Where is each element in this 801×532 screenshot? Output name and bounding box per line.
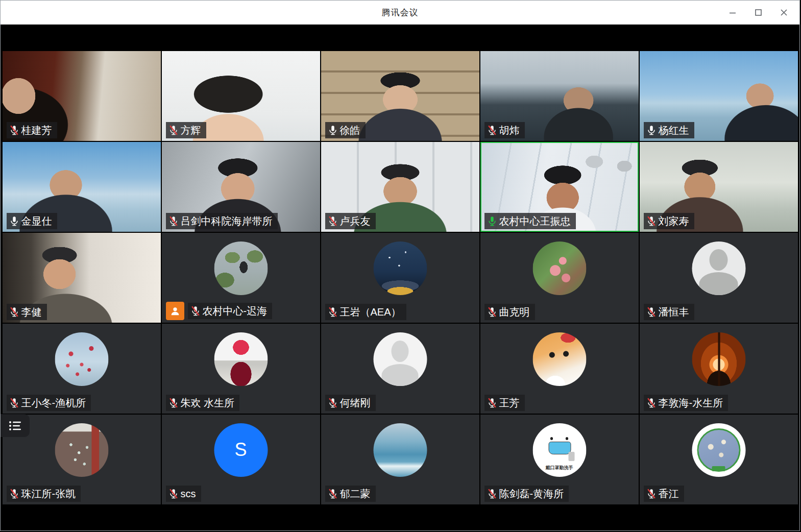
mic-muted-icon [9,306,20,318]
name-label-row: 卢兵友 [325,213,376,229]
participant-tile[interactable]: 徐皓 [321,51,479,141]
participant-name-label: 胡炜 [484,122,525,138]
mic-on-icon [327,125,338,136]
window-controls [720,1,796,25]
participant-tile[interactable]: 李健 [3,233,161,323]
participant-name: 吕剑中科院海岸带所 [181,216,273,226]
mic-muted-icon [487,125,498,136]
mic-muted-icon [9,488,20,499]
participant-tile[interactable]: 杨红生 [640,51,798,141]
participant-name: 王芳 [499,398,520,408]
participant-tile[interactable]: 王小冬-渔机所 [3,324,161,414]
participant-name-label: 潘恒丰 [644,304,694,320]
avatar [532,332,586,386]
participant-tile[interactable]: 戴口罩勤洗手 陈剑磊-黄海所 [480,415,639,504]
avatar-caption: 戴口罩勤洗手 [532,465,586,471]
avatar: 戴口罩勤洗手 [532,423,586,477]
participant-name: 农村中心-迟海 [203,306,268,316]
participant-name-label: 刘家寿 [644,213,694,229]
title-bar: 腾讯会议 [1,1,799,25]
participant-name: 方辉 [181,125,201,135]
name-label-row: 杨红生 [644,122,694,138]
participant-tile[interactable]: 桂建芳 [3,51,161,141]
participant-list-tab[interactable] [1,414,30,437]
participant-tile[interactable]: 卢兵友 [321,142,479,232]
name-label-row: 香江 [644,486,684,502]
participant-name-label: 金显仕 [7,213,57,229]
mic-muted-icon [646,488,657,499]
name-label-row: 胡炜 [484,122,525,138]
participant-name: 胡炜 [499,125,520,135]
participant-name: 郁二蒙 [340,489,371,499]
participant-name-label: 方辉 [166,122,206,138]
close-button[interactable] [771,1,796,25]
participant-name: 何绪刚 [340,398,371,408]
participant-tile[interactable]: 胡炜 [480,51,639,141]
participant-name: 曲克明 [499,307,530,317]
participant-name-label: 郁二蒙 [325,486,376,502]
mic-muted-icon [190,305,201,317]
participant-tile[interactable]: 王岩（AEA） [321,233,479,323]
participant-name-label: 王芳 [484,395,525,411]
avatar [373,423,427,477]
avatar [214,241,268,295]
participant-name: 金显仕 [21,216,52,226]
participant-tile[interactable]: 农村中心王振忠 [480,142,639,232]
mic-muted-icon [168,488,179,499]
video-grid: 桂建芳 方辉 [3,51,798,504]
participant-tile[interactable]: 潘恒丰 [640,233,798,323]
participant-name-label: 卢兵友 [325,213,376,229]
participant-name: 徐皓 [340,125,360,135]
participant-tile[interactable]: S scs [162,415,320,504]
name-label-row: 吕剑中科院海岸带所 [166,213,278,229]
participant-name: 珠江所-张凯 [21,489,76,499]
mic-muted-icon [646,306,657,318]
name-label-row: 李健 [7,304,47,320]
participant-name-label: 桂建芳 [7,122,57,138]
participant-tile[interactable]: 香江 [640,415,798,504]
name-label-row: scs [166,486,201,502]
avatar [55,423,108,477]
participant-name: scs [181,489,196,499]
participant-tile[interactable]: 郁二蒙 [321,415,479,504]
mic-muted-icon [168,125,179,136]
participant-tile[interactable]: 何绪刚 [321,324,479,414]
participant-tile[interactable]: 农村中心-迟海 [162,233,320,323]
participant-name-label: 何绪刚 [325,395,376,411]
avatar [532,241,586,295]
avatar [692,332,745,386]
name-label-row: 金显仕 [7,213,57,229]
avatar [373,241,427,295]
participant-tile[interactable]: 曲克明 [480,233,639,323]
avatar [373,332,427,386]
participant-tile[interactable]: 刘家寿 [640,142,798,232]
name-label-row: 何绪刚 [325,395,376,411]
avatar: S [214,423,268,477]
avatar [214,332,268,386]
mic-muted-icon [9,397,20,408]
name-label-row: 陈剑磊-黄海所 [484,486,569,502]
participant-tile[interactable]: 金显仕 [3,142,161,232]
participant-name: 王小冬-渔机所 [21,398,86,408]
minimize-button[interactable] [720,1,745,25]
mic-speaking-icon [487,215,498,227]
mic-muted-icon [327,215,338,227]
participant-tile[interactable]: 王芳 [480,324,639,414]
participant-name: 李敦海-水生所 [659,398,723,408]
mic-muted-icon [646,397,657,408]
participant-tile[interactable]: 朱欢 水生所 [162,324,320,414]
participant-name-label: 农村中心王振忠 [484,213,576,229]
participant-name: 潘恒丰 [659,307,689,317]
name-label-row: 农村中心-迟海 [166,302,273,320]
maximize-button[interactable] [745,1,771,25]
avatar [692,423,745,477]
participant-tile[interactable]: 方辉 [162,51,320,141]
participant-tile[interactable]: 吕剑中科院海岸带所 [162,142,320,232]
mic-on-icon [646,125,657,136]
mic-muted-icon [646,215,657,227]
name-label-row: 王岩（AEA） [325,304,406,320]
mic-muted-icon [9,125,20,136]
participant-tile[interactable]: 李敦海-水生所 [640,324,798,414]
mic-muted-icon [487,397,498,408]
host-badge-icon [166,302,184,320]
